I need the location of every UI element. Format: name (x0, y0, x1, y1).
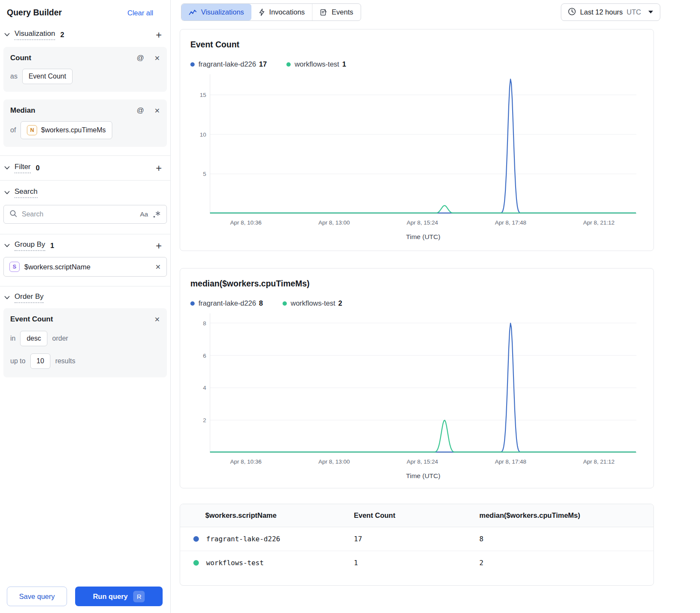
view-tabs: Visualizations Invocations Events (181, 3, 361, 21)
sidebar-footer: Save query Run query R (7, 587, 163, 606)
timezone-label: UTC (627, 8, 641, 16)
search-field: Aa (3, 205, 167, 224)
legend-series-name: fragrant-lake-d226 (198, 60, 256, 68)
sort-direction-chip[interactable]: desc (20, 331, 47, 346)
svg-text:8: 8 (203, 320, 206, 327)
regex-icon[interactable] (152, 210, 161, 219)
up-to-label: up to (10, 357, 26, 365)
chevron-down-icon[interactable] (4, 296, 10, 300)
clear-all-link[interactable]: Clear all (127, 9, 153, 17)
series-color-dot (193, 536, 199, 542)
case-sensitive-icon[interactable]: Aa (140, 210, 148, 218)
svg-text:Time (UTC): Time (UTC) (406, 233, 440, 240)
visualization-count: 2 (60, 31, 64, 39)
divider (0, 180, 170, 181)
svg-text:Apr 8, 17:48: Apr 8, 17:48 (495, 458, 527, 465)
at-icon[interactable]: @ (137, 106, 144, 115)
table-row[interactable]: workflows-test 1 2 (180, 551, 653, 575)
aggregation-title: Count (10, 54, 31, 62)
chevron-down-icon[interactable] (4, 33, 10, 37)
number-field-icon: N (27, 125, 37, 135)
tab-label: Visualizations (201, 8, 244, 16)
close-icon[interactable]: ✕ (155, 263, 161, 271)
order-by-card: Event Count ✕ in desc order up to 10 res… (3, 308, 167, 377)
visualization-label: Visualization (15, 29, 55, 40)
search-input[interactable] (22, 210, 136, 218)
legend-item[interactable]: fragrant-lake-d226 8 (190, 299, 263, 307)
close-icon[interactable]: ✕ (155, 315, 160, 324)
of-label: of (10, 126, 16, 134)
legend-series-value: 8 (259, 299, 263, 307)
legend-item[interactable]: workflows-test 2 (283, 299, 342, 307)
legend-item[interactable]: workflows-test 1 (286, 60, 346, 68)
save-query-button[interactable]: Save query (7, 587, 67, 606)
chevron-down-icon[interactable] (4, 166, 10, 170)
svg-text:Apr 8, 10:36: Apr 8, 10:36 (230, 219, 262, 226)
limit-chip[interactable]: 10 (30, 353, 51, 369)
field-chip[interactable]: N $workers.cpuTimeMs (20, 121, 112, 139)
results-label: results (55, 357, 75, 365)
add-visualization-button[interactable]: + (156, 31, 162, 39)
event-count-chart-card: Event Count fragrant-lake-d226 17 workfl… (180, 29, 654, 251)
series-color-dot (193, 560, 199, 566)
chart-legend: fragrant-lake-d226 8 workflows-test 2 (190, 299, 643, 307)
legend-dot (190, 62, 195, 67)
as-label: as (10, 73, 18, 80)
chevron-down-icon[interactable] (4, 244, 10, 248)
legend-series-name: workflows-test (291, 299, 335, 307)
svg-text:5: 5 (203, 171, 206, 177)
svg-text:Apr 8, 10:36: Apr 8, 10:36 (230, 458, 262, 465)
legend-series-name: fragrant-lake-d226 (198, 299, 256, 307)
svg-text:Apr 8, 21:12: Apr 8, 21:12 (583, 458, 615, 465)
tab-label: Events (332, 8, 353, 16)
table-row[interactable]: fragrant-lake-d226 17 8 (180, 527, 653, 551)
search-label: Search (15, 187, 38, 198)
tab-invocations[interactable]: Invocations (251, 4, 312, 20)
aggregation-title: Median (10, 106, 35, 115)
column-header: $workers.scriptName (180, 504, 354, 527)
at-icon[interactable]: @ (137, 54, 144, 62)
field-name: $workers.cpuTimeMs (41, 126, 105, 134)
legend-item[interactable]: fragrant-lake-d226 17 (190, 60, 267, 68)
group-by-label: Group By (15, 240, 45, 251)
filter-count: 0 (36, 164, 40, 172)
svg-text:6: 6 (203, 353, 206, 359)
svg-text:Apr 8, 15:24: Apr 8, 15:24 (407, 458, 438, 465)
main-content: Visualizations Invocations Events La (171, 0, 700, 613)
event-count-value: 17 (354, 527, 479, 551)
add-filter-button[interactable]: + (156, 164, 162, 172)
close-icon[interactable]: ✕ (155, 107, 160, 115)
legend-series-value: 17 (259, 60, 267, 68)
chevron-down-icon[interactable] (4, 191, 10, 195)
divider (0, 234, 170, 234)
column-header: median($workers.cpuTimeMs) (479, 504, 653, 527)
svg-text:4: 4 (203, 385, 206, 391)
tab-label: Invocations (269, 8, 305, 16)
tab-events[interactable]: Events (312, 4, 360, 20)
svg-text:Apr 8, 21:12: Apr 8, 21:12 (583, 219, 615, 226)
results-table-card: $workers.scriptName Event Count median($… (180, 504, 654, 586)
script-name: fragrant-lake-d226 (206, 535, 280, 543)
close-icon[interactable]: ✕ (155, 54, 160, 62)
group-by-chip[interactable]: S $workers.scriptName ✕ (3, 257, 167, 277)
group-by-field-name: $workers.scriptName (24, 263, 90, 271)
time-range-selector[interactable]: Last 12 hours UTC (561, 3, 660, 21)
svg-text:Time (UTC): Time (UTC) (406, 472, 440, 479)
tab-visualizations[interactable]: Visualizations (181, 4, 251, 20)
visualization-card-median: Median @ ✕ of N $workers.cpuTimeMs (3, 99, 167, 147)
event-count-line-chart[interactable]: 51015Apr 8, 10:36Apr 8, 13:00Apr 8, 15:2… (190, 69, 643, 246)
alias-chip[interactable]: Event Count (22, 69, 73, 84)
script-name: workflows-test (206, 559, 264, 567)
median-cpu-line-chart[interactable]: 2468Apr 8, 10:36Apr 8, 13:00Apr 8, 15:24… (190, 308, 643, 485)
group-by-count: 1 (50, 242, 54, 250)
table-header-row: $workers.scriptName Event Count median($… (180, 504, 653, 527)
caret-down-icon (648, 10, 653, 14)
run-query-label: Run query (93, 593, 128, 601)
chart-title: Event Count (190, 40, 643, 50)
run-query-button[interactable]: Run query R (75, 587, 163, 606)
add-group-by-button[interactable]: + (156, 242, 162, 250)
order-by-section-header: Order By (4, 292, 162, 303)
visualization-section-header: Visualization 2 + (4, 29, 162, 40)
legend-series-value: 2 (338, 299, 342, 307)
string-field-icon: S (9, 262, 20, 272)
